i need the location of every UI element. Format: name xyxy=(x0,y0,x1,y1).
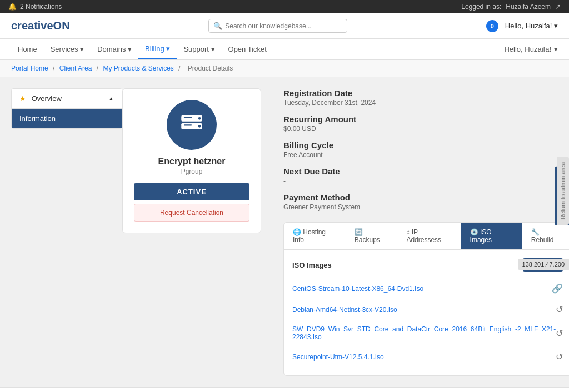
return-admin-label: Return to admin area xyxy=(560,162,566,219)
search-input[interactable] xyxy=(225,22,342,30)
nav-item-open-ticket[interactable]: Open Ticket xyxy=(222,39,273,59)
nav-right-hello: Hello, Huzaifa! ▾ xyxy=(504,45,558,53)
nav-item-domains[interactable]: Domains ▾ xyxy=(91,39,138,59)
product-and-info: Encrypt hetzner Pgroup ACTIVE Request Ca… xyxy=(122,88,569,376)
nav-item-support[interactable]: Support ▾ xyxy=(177,39,221,59)
next-due-date-label: Next Due Date xyxy=(283,167,569,176)
tab-hosting-info[interactable]: 🌐 Hosting Info xyxy=(284,223,346,249)
tabs-area: 🌐 Hosting Info 🔄 Backups ↕ IP Addressess… xyxy=(283,222,569,376)
notifications-label[interactable]: 2 Notifications xyxy=(20,3,62,11)
server-icon xyxy=(178,111,206,139)
breadcrumb-product-details: Product Details xyxy=(188,64,233,72)
list-item: SW_DVD9_Win_Svr_STD_Core_and_DataCtr_Cor… xyxy=(292,320,563,346)
chevron-up-icon: ▲ xyxy=(108,96,114,102)
hello-label: Hello, Huzaifa! ▾ xyxy=(505,22,558,30)
iso-filename: SW_DVD9_Win_Svr_STD_Core_and_DataCtr_Cor… xyxy=(292,325,556,341)
breadcrumb-client-area[interactable]: Client Area xyxy=(59,64,92,72)
cart-button[interactable]: 0 xyxy=(486,20,498,32)
nav-hello-label: Hello, Huzaifa! xyxy=(504,45,551,53)
svg-rect-4 xyxy=(184,117,192,118)
search-box[interactable]: 🔍 xyxy=(208,19,347,33)
tab-ip-addresses[interactable]: ↕ IP Addressess xyxy=(397,223,461,249)
sidebar-overview[interactable]: ★ Overview ▲ xyxy=(12,89,122,109)
registration-date-value: Tuesday, December 31st, 2024 xyxy=(283,99,569,107)
payment-method-label: Payment Method xyxy=(283,193,569,202)
header: creativeON 🔍 0 Hello, Huzaifa! ▾ xyxy=(0,13,569,39)
star-icon: ★ xyxy=(19,94,26,103)
product-name: Encrypt hetzner xyxy=(158,157,226,167)
iso-filename: Securepoint-Utm-V12.5.4.1.Iso xyxy=(292,353,384,361)
header-right: 0 Hello, Huzaifa! ▾ xyxy=(486,20,558,32)
next-due-date-item: Next Due Date - xyxy=(283,167,569,185)
list-item: CentOS-Stream-10-Latest-X86_64-Dvd1.Iso … xyxy=(292,278,563,299)
registration-date-label: Registration Date xyxy=(283,88,569,98)
nav: Home Services ▾ Domains ▾ Billing ▾ Supp… xyxy=(0,39,569,60)
return-to-admin[interactable]: Return to admin area xyxy=(557,157,569,225)
reload-icon[interactable]: ↺ xyxy=(556,328,563,339)
product-group: Pgroup xyxy=(181,168,203,175)
recurring-amount-item: Recurring Amount $0.00 USD xyxy=(283,114,569,133)
iso-list: CentOS-Stream-10-Latest-X86_64-Dvd1.Iso … xyxy=(292,278,563,367)
nav-item-home[interactable]: Home xyxy=(11,39,44,59)
payment-method-item: Payment Method Greener Payment System xyxy=(283,193,569,211)
recurring-amount-label: Recurring Amount xyxy=(283,114,569,124)
breadcrumb: Portal Home / Client Area / My Products … xyxy=(0,60,569,77)
mount-icon[interactable]: 🔗 xyxy=(552,283,563,294)
billing-cycle-item: Billing Cycle Free Account xyxy=(283,140,569,159)
nav-item-services[interactable]: Services ▾ xyxy=(44,39,91,59)
list-item: Debian-Amd64-Netinst-3cx-V20.Iso ↺ xyxy=(292,299,563,320)
billing-cycle-label: Billing Cycle xyxy=(283,140,569,150)
sidebar-information-label: Information xyxy=(19,114,56,123)
tab-backups[interactable]: 🔄 Backups xyxy=(346,223,398,249)
bell-icon: 🔔 xyxy=(8,3,17,11)
info-grid: Registration Date Tuesday, December 31st… xyxy=(283,88,569,211)
topbar-left: 🔔 2 Notifications xyxy=(8,3,62,11)
cancel-link[interactable]: Request Cancellation xyxy=(134,204,249,222)
svg-point-1 xyxy=(198,117,201,120)
iso-filename: Debian-Amd64-Netinst-3cx-V20.Iso xyxy=(292,306,397,314)
footer-top: Powered by WHMCompleteSolution xyxy=(0,387,569,392)
ip-badge: 138.201.47.200 xyxy=(518,259,569,270)
billing-cycle-value: Free Account xyxy=(283,151,569,159)
chevron-down-icon: ▾ xyxy=(554,22,558,30)
nav-chevron-icon: ▾ xyxy=(554,45,558,53)
sidebar-overview-label: Overview xyxy=(32,94,62,103)
topbar: 🔔 2 Notifications Logged in as: Huzaifa … xyxy=(0,0,569,13)
reload-icon[interactable]: ↺ xyxy=(556,351,563,362)
sidebar: ★ Overview ▲ Information xyxy=(11,88,122,129)
tab-rebuild[interactable]: 🔧 Rebuild xyxy=(522,223,569,249)
breadcrumb-products[interactable]: My Products & Services xyxy=(103,64,173,72)
main-content: ★ Overview ▲ Information xyxy=(0,77,569,387)
iso-table-title: ISO Images xyxy=(292,261,332,269)
sidebar-item-information[interactable]: Information xyxy=(12,109,122,128)
product-icon xyxy=(167,100,217,150)
tabs-nav: 🌐 Hosting Info 🔄 Backups ↕ IP Addressess… xyxy=(284,223,569,250)
recurring-amount-value: $0.00 USD xyxy=(283,125,569,133)
payment-method-value: Greener Payment System xyxy=(283,203,569,211)
reload-icon[interactable]: ↺ xyxy=(556,304,563,315)
registration-date-item: Registration Date Tuesday, December 31st… xyxy=(283,88,569,107)
svg-point-3 xyxy=(198,125,201,128)
tab-iso-images[interactable]: 💿 ISO Images xyxy=(461,223,522,249)
status-badge: ACTIVE xyxy=(134,183,249,200)
search-icon: 🔍 xyxy=(213,22,222,30)
share-icon: ↗ xyxy=(555,3,561,11)
nav-left: Home Services ▾ Domains ▾ Billing ▾ Supp… xyxy=(11,39,273,59)
logged-in-as-label: Logged in as: xyxy=(461,3,501,11)
breadcrumb-portal-home[interactable]: Portal Home xyxy=(11,64,48,72)
list-item: Securepoint-Utm-V12.5.4.1.Iso ↺ xyxy=(292,346,563,367)
svg-rect-5 xyxy=(184,124,192,125)
topbar-right: Logged in as: Huzaifa Azeem ↗ xyxy=(461,3,561,11)
iso-filename: CentOS-Stream-10-Latest-X86_64-Dvd1.Iso xyxy=(292,285,423,293)
username-link[interactable]: Huzaifa Azeem xyxy=(506,3,551,11)
ip-value: 138.201.47.200 xyxy=(522,261,565,268)
product-card: Encrypt hetzner Pgroup ACTIVE Request Ca… xyxy=(122,88,261,233)
logo[interactable]: creativeON xyxy=(11,19,70,32)
next-due-date-value: - xyxy=(283,177,569,185)
nav-item-billing[interactable]: Billing ▾ xyxy=(138,39,177,59)
product-section: Encrypt hetzner Pgroup ACTIVE Request Ca… xyxy=(122,88,261,376)
info-panel: Registration Date Tuesday, December 31st… xyxy=(283,88,569,376)
